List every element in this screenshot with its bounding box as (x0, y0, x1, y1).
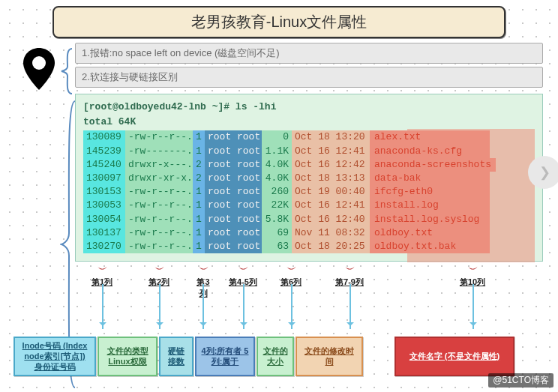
box-mtime: 文件的修改时间 (296, 337, 363, 376)
table-row: 130137-rw-r--r--.1root root69Nov 11 08:3… (83, 226, 535, 240)
table-row: 145239-rw-------.1root root1.1KOct 16 12… (83, 145, 535, 158)
watermark: @51CTO博客 (488, 373, 554, 388)
next-nav-button[interactable]: ❯ (528, 156, 558, 189)
table-row: 130054-rw-r--r--.1root root5.8KOct 16 12… (83, 213, 535, 226)
table-row: 130097drwxr-xr-x.2root root4.0KOct 18 13… (83, 172, 535, 185)
terminal-total: total 64K (83, 115, 535, 129)
legend-boxes: Inode号码 (Index node索引[节点]) 身份证号码 文件的类型 L… (14, 337, 558, 376)
arrow-connectors (75, 284, 543, 337)
note-1: 1.报错:no space left on device (磁盘空间不足) (75, 43, 543, 64)
box-owner: 4列:所有者 5列:属于 (195, 337, 255, 376)
box-type: 文件的类型 Linux权限 (98, 337, 158, 376)
table-row: 130153-rw-r--r--.1root root260Oct 19 00:… (83, 185, 535, 199)
location-pin-icon (22, 48, 56, 90)
column-bracket-row: ︶第1列 ︶第2列 ︶第3列 ︶第4-5列 ︶第6列 ︶第7-9列 ︶第10列 (75, 263, 543, 284)
terminal-prompt: [root@oldboyedu42-lnb ~]# ls -lhi (83, 100, 535, 114)
chevron-right-icon: ❯ (539, 164, 550, 181)
table-row: 130053-rw-r--r--.1root root22KOct 16 12:… (83, 199, 535, 212)
table-row: 130089-rw-r--r--.1root root0Oct 18 13:20… (83, 130, 535, 144)
brace-small-icon (60, 47, 74, 95)
box-links: 硬链接数 (159, 337, 194, 376)
box-size: 文件的 大小 (256, 337, 294, 376)
terminal-block: [root@oldboyedu42-lnb ~]# ls -lhi total … (75, 94, 543, 262)
table-row: 130270-rw-r--r--.1root root63Oct 18 20:2… (83, 240, 535, 253)
box-name: 文件名字 (不是文件属性) (394, 337, 514, 376)
box-inode: Inode号码 (Index node索引[节点]) 身份证号码 (14, 337, 96, 376)
page-title: 老男孩教育-Linux文件属性 (52, 6, 506, 38)
svg-point-0 (32, 56, 46, 70)
note-2: 2.软连接与硬链接区别 (75, 67, 543, 88)
terminal-rows: 130089-rw-r--r--.1root root0Oct 18 13:20… (83, 130, 535, 253)
table-row: 145240drwxr-x---.2root root4.0KOct 16 12… (83, 158, 535, 172)
